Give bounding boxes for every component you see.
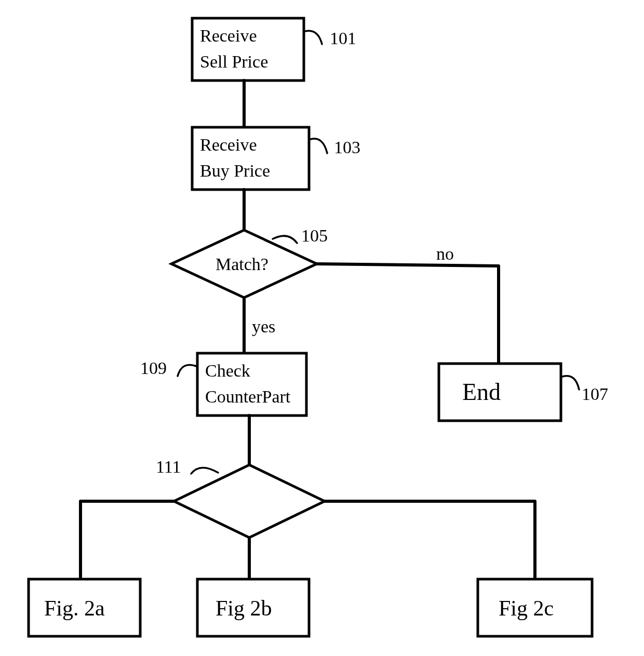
- node-fig2b-text: Fig 2b: [216, 596, 272, 620]
- leader-103: [311, 139, 327, 153]
- connector-111-left-fig2a: [81, 501, 174, 579]
- node-109-text-line1: Check: [205, 361, 250, 380]
- ref-103: 103: [334, 138, 360, 157]
- node-109-text-line2: CounterPart: [205, 387, 291, 406]
- label-no: no: [436, 244, 454, 263]
- leader-105: [273, 236, 297, 243]
- node-101-text-line1: Receive: [200, 26, 257, 45]
- node-103-text-line1: Receive: [200, 135, 257, 154]
- ref-101: 101: [330, 29, 356, 48]
- node-fig2c-text: Fig 2c: [499, 596, 554, 620]
- ref-109: 109: [140, 358, 167, 378]
- ref-107: 107: [582, 384, 608, 404]
- node-111-decision: [174, 465, 325, 538]
- connector-105-no-107: [317, 264, 499, 364]
- node-107-text: End: [462, 379, 501, 405]
- connector-111-right-fig2c: [325, 501, 535, 579]
- node-101-text-line2: Sell Price: [200, 52, 268, 71]
- leader-101: [305, 31, 322, 44]
- leader-109: [178, 365, 196, 376]
- node-fig2a-text: Fig. 2a: [44, 596, 105, 620]
- node-105-text: Match?: [216, 255, 269, 274]
- label-yes: yes: [252, 317, 275, 336]
- node-103-text-line2: Buy Price: [200, 161, 270, 180]
- ref-111: 111: [156, 457, 181, 476]
- flowchart-diagram: Receive Sell Price 101 Receive Buy Price…: [0, 0, 644, 656]
- leader-111: [191, 467, 218, 474]
- ref-105: 105: [301, 226, 328, 245]
- leader-107: [562, 376, 579, 390]
